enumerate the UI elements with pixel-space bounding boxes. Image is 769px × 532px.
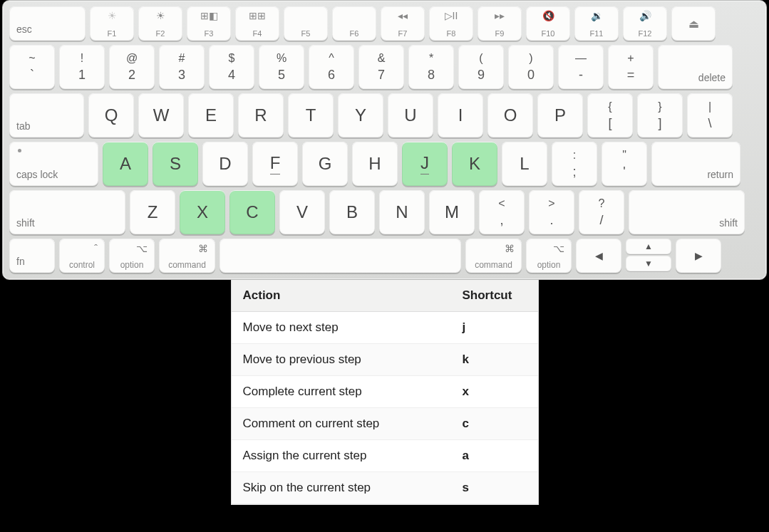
key-f4[interactable]: ⊞⊞F4 (235, 6, 279, 41)
key-space[interactable] (220, 239, 461, 273)
key-k[interactable]: K (452, 142, 497, 186)
key-punct-z0[interactable]: <, (479, 190, 525, 234)
fn-label: F12 (623, 29, 667, 38)
shortcut-cell: c (463, 417, 527, 431)
key-capslock[interactable]: caps lock (9, 142, 98, 186)
shortcut-table: Action Shortcut Move to next stepjMove t… (231, 280, 539, 505)
key-control[interactable]: ˆcontrol (59, 239, 105, 273)
key-e[interactable]: E (188, 93, 234, 137)
key--[interactable]: —- (558, 45, 604, 89)
key-arrow-left[interactable]: ◀ (576, 239, 621, 273)
key-9[interactable]: (9 (458, 45, 504, 89)
key-arrow-up[interactable]: ▲ (626, 239, 671, 254)
key-`[interactable]: ~` (9, 45, 55, 89)
key-command-right[interactable]: ⌘command (465, 239, 522, 273)
key-option-right[interactable]: ⌥option (526, 239, 572, 273)
key-s[interactable]: S (153, 142, 198, 186)
key-y[interactable]: Y (338, 93, 383, 137)
key-delete[interactable]: delete (658, 45, 733, 89)
key-f11[interactable]: 🔉F11 (574, 6, 619, 41)
key-f10[interactable]: 🔇F10 (526, 6, 570, 41)
key-arrow-updown: ▲▼ (626, 239, 671, 273)
key-a[interactable]: A (103, 142, 148, 186)
key-f7[interactable]: ◂◂F7 (381, 6, 425, 41)
key-t[interactable]: T (288, 93, 334, 137)
key-bracket1[interactable]: }] (637, 93, 683, 137)
fn-glyph-icon: ▸▸ (478, 10, 522, 21)
key-x[interactable]: X (180, 190, 225, 234)
key-c[interactable]: C (229, 190, 275, 234)
key-z[interactable]: Z (130, 190, 175, 234)
key-punct-a1[interactable]: "' (602, 142, 647, 186)
key-h[interactable]: H (352, 142, 398, 186)
key-f3[interactable]: ⊞◧F3 (187, 6, 231, 41)
arrow-up-icon: ▲ (644, 241, 653, 251)
key-b[interactable]: B (329, 190, 375, 234)
key-6[interactable]: ^6 (309, 45, 354, 89)
key-q[interactable]: Q (88, 93, 134, 137)
fn-glyph-icon: ⊞◧ (187, 10, 231, 21)
shortcut-cell: s (463, 481, 527, 495)
key-r[interactable]: R (238, 93, 284, 137)
key-=[interactable]: += (608, 45, 654, 89)
key-punct-a0[interactable]: :; (552, 142, 597, 186)
key-0[interactable]: )0 (508, 45, 554, 89)
key-j[interactable]: J (402, 142, 448, 186)
key-7[interactable]: &7 (358, 45, 404, 89)
table-row: Assign the current stepa (232, 440, 538, 472)
key-shift-right[interactable]: shift (629, 190, 745, 234)
key-f8[interactable]: ▷IIF8 (429, 6, 473, 41)
key-2[interactable]: @2 (109, 45, 155, 89)
shortcut-cell: a (463, 449, 527, 463)
key-bracket2[interactable]: |\ (687, 93, 733, 137)
key-punct-z2[interactable]: ?/ (579, 190, 624, 234)
key-tab[interactable]: tab (9, 93, 84, 137)
fn-glyph-icon: 🔇 (526, 10, 570, 21)
key-i[interactable]: I (438, 93, 483, 137)
arrow-right-icon: ▶ (695, 250, 703, 261)
key-f2[interactable]: ☀︎F2 (138, 6, 182, 41)
key-w[interactable]: W (138, 93, 184, 137)
fn-label: F7 (381, 29, 425, 38)
fn-label: F10 (526, 29, 570, 38)
table-row: Move to previous stepk (232, 344, 538, 376)
key-arrow-right[interactable]: ▶ (676, 239, 721, 273)
key-n[interactable]: N (379, 190, 425, 234)
key-arrow-down[interactable]: ▼ (626, 256, 671, 271)
key-f12[interactable]: 🔊F12 (623, 6, 667, 41)
key-d[interactable]: D (202, 142, 248, 186)
action-cell: Assign the current step (243, 449, 463, 463)
key-f1[interactable]: ☀︎F1 (90, 6, 134, 41)
key-eject[interactable]: ⏏ (671, 6, 716, 41)
key-l[interactable]: L (502, 142, 547, 186)
key-1[interactable]: !1 (59, 45, 105, 89)
key-4[interactable]: $4 (209, 45, 254, 89)
key-f5[interactable]: F5 (284, 6, 328, 41)
key-f9[interactable]: ▸▸F9 (478, 6, 522, 41)
key-command-left[interactable]: ⌘command (159, 239, 215, 273)
key-shift-left[interactable]: shift (9, 190, 125, 234)
key-5[interactable]: %5 (259, 45, 304, 89)
key-u[interactable]: U (388, 93, 433, 137)
key-option-left[interactable]: ⌥option (109, 239, 155, 273)
key-esc[interactable]: esc (9, 6, 86, 41)
col-action: Action (243, 288, 463, 303)
key-p[interactable]: P (537, 93, 583, 137)
eject-icon: ⏏ (688, 17, 699, 31)
table-row: Move to next stepj (232, 312, 538, 344)
key-fn[interactable]: fn (9, 239, 55, 273)
key-return[interactable]: return (651, 142, 740, 186)
key-f[interactable]: F (252, 142, 298, 186)
key-v[interactable]: V (279, 190, 325, 234)
key-bracket0[interactable]: {[ (587, 93, 633, 137)
fn-label: F9 (478, 29, 522, 38)
key-option-left-glyph-icon: ⌥ (136, 243, 148, 254)
key-8[interactable]: *8 (408, 45, 454, 89)
key-g[interactable]: G (302, 142, 348, 186)
key-punct-z1[interactable]: >. (529, 190, 574, 234)
key-f6[interactable]: F6 (332, 6, 376, 41)
key-3[interactable]: #3 (159, 45, 205, 89)
shortcut-cell: k (463, 353, 527, 367)
key-m[interactable]: M (429, 190, 475, 234)
key-o[interactable]: O (487, 93, 533, 137)
